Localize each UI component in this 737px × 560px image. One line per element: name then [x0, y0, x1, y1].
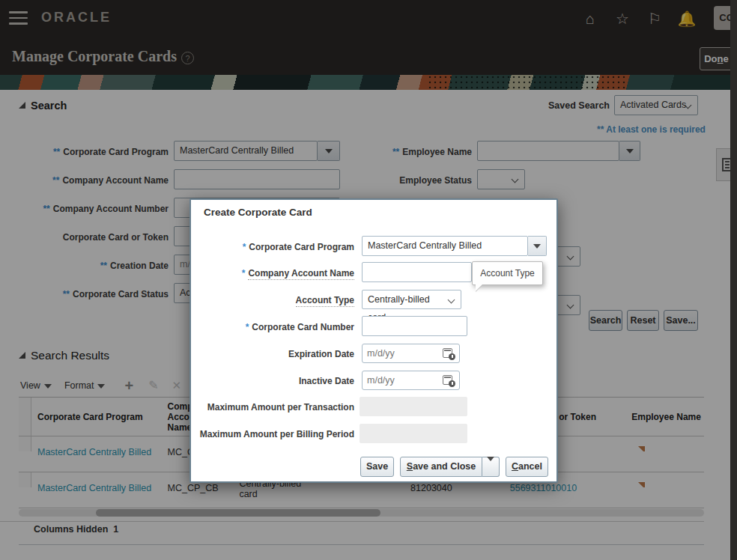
save-and-close-dropdown-button[interactable]	[482, 457, 500, 477]
dialog-buttons: Save Save and Close Cancel	[360, 457, 548, 477]
right-edge-scrollbar[interactable]	[730, 0, 737, 560]
save-button[interactable]: Save	[360, 457, 394, 477]
dlg-expiration-date-input[interactable]	[363, 344, 434, 362]
dlg-row-account-type: Account Type Centrally-billed card	[191, 290, 461, 309]
dlg-row-corporate-card-number: *Corporate Card Number	[191, 316, 467, 336]
date-picker-icon[interactable]	[443, 347, 455, 360]
dlg-company-account-name-input[interactable]	[362, 262, 472, 282]
dlg-corporate-card-number-input[interactable]	[362, 316, 467, 336]
dlg-row-max-per-transaction: Maximum Amount per Transaction	[191, 397, 467, 416]
dlg-row-company-account-name: *Company Account Name	[191, 262, 472, 282]
chevron-down-icon	[448, 296, 455, 304]
dlg-row-max-per-billing-period: Maximum Amount per Billing Period	[191, 424, 467, 443]
dlg-row-corporate-card-program: *Corporate Card Program MasterCard Centr…	[191, 236, 547, 256]
dlg-row-expiration-date: Expiration Date	[191, 344, 460, 363]
dlg-max-amount-transaction-input-disabled	[360, 397, 467, 416]
dlg-account-type-select[interactable]: Centrally-billed card	[362, 290, 461, 309]
dlg-expiration-date-field	[362, 344, 460, 363]
save-and-close-button[interactable]: Save and Close	[400, 457, 482, 477]
dlg-corporate-card-program-combo[interactable]: MasterCard Centrally Billed	[362, 236, 528, 256]
dlg-inactive-date-input[interactable]	[363, 371, 434, 389]
create-corporate-card-dialog: Create Corporate Card *Corporate Card Pr…	[189, 198, 558, 483]
tooltip-pointer	[476, 284, 483, 291]
dlg-corporate-card-program-dropdown-button[interactable]	[528, 236, 547, 256]
date-picker-icon[interactable]	[443, 374, 455, 387]
cancel-button[interactable]: Cancel	[506, 457, 548, 477]
dlg-row-inactive-date: Inactive Date	[191, 371, 460, 390]
dialog-title: Create Corporate Card	[204, 207, 312, 218]
account-type-tooltip: Account Type	[472, 261, 543, 285]
dlg-inactive-date-field	[362, 371, 460, 390]
dlg-max-amount-billing-input-disabled	[360, 424, 467, 443]
